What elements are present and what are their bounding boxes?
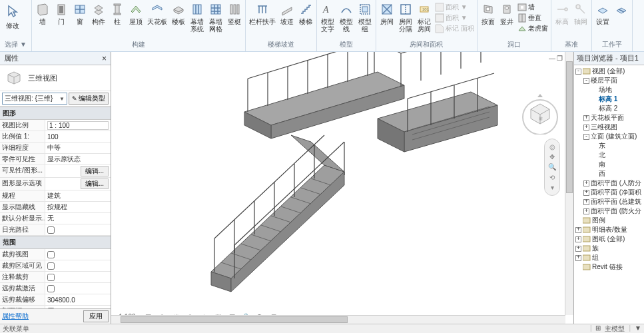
- modify-button[interactable]: 修改: [1, 1, 24, 31]
- tree-node[interactable]: 西: [574, 169, 644, 178]
- scrollbar-thumb[interactable]: [566, 61, 573, 193]
- checkbox[interactable]: [47, 262, 55, 270]
- properties-help-link[interactable]: 属性帮助: [2, 312, 29, 321]
- tree-node[interactable]: +面积平面 (防火分: [574, 206, 644, 216]
- tree-node[interactable]: 场地: [574, 85, 644, 95]
- status-worksets-icon[interactable]: ⊞: [595, 324, 601, 334]
- expand-icon[interactable]: +: [583, 115, 589, 121]
- expand-icon[interactable]: +: [583, 190, 589, 196]
- tree-node[interactable]: +面积平面 (总建筑: [574, 197, 644, 206]
- collapse-icon[interactable]: -: [583, 78, 589, 84]
- tree-node[interactable]: 标高 2: [574, 104, 644, 113]
- stair-button[interactable]: 楼梯: [296, 1, 315, 27]
- tag-area-button[interactable]: 标记 面积: [434, 23, 476, 34]
- tree-node[interactable]: -视图 (全部): [574, 67, 644, 76]
- workplane-show-button[interactable]: [612, 1, 631, 18]
- checkbox[interactable]: [47, 251, 55, 258]
- component-button[interactable]: 构件: [89, 1, 108, 27]
- vertical-scrollbar[interactable]: [565, 52, 573, 315]
- room-separator-button[interactable]: 房间 分隔: [396, 1, 415, 34]
- collapse-icon[interactable]: -: [583, 134, 589, 140]
- close-icon[interactable]: ×: [102, 54, 107, 63]
- expand-icon[interactable]: +: [575, 246, 581, 252]
- checkbox[interactable]: [47, 226, 55, 234]
- edit-type-button[interactable]: ✎编辑类型: [69, 93, 109, 105]
- tree-node[interactable]: 北: [574, 151, 644, 160]
- section-extents[interactable]: 范围: [0, 236, 111, 249]
- tree-node[interactable]: -楼层平面: [574, 76, 644, 85]
- expand-icon[interactable]: +: [583, 208, 589, 214]
- roof-button[interactable]: 屋顶: [127, 1, 145, 27]
- tree-node[interactable]: +面积平面 (人防分: [574, 178, 644, 188]
- edit-button[interactable]: 编辑...: [81, 178, 109, 189]
- viewcube-home-icon[interactable]: [537, 94, 543, 97]
- collapse-icon[interactable]: -: [575, 69, 581, 75]
- tree-node[interactable]: +天花板平面: [574, 113, 644, 123]
- tree-node[interactable]: 图例: [574, 216, 644, 225]
- edit-button[interactable]: 编辑...: [81, 166, 109, 176]
- expand-icon[interactable]: +: [583, 199, 589, 205]
- mullion-button[interactable]: 竖梃: [225, 1, 244, 27]
- steering-wheel-icon[interactable]: ◎: [549, 143, 555, 151]
- select-dropdown[interactable]: 选择 ▼: [1, 39, 30, 51]
- curtain-grid-button[interactable]: 幕墙 网格: [206, 1, 225, 34]
- apply-button[interactable]: 应用: [83, 310, 109, 322]
- scrollbar-thumb[interactable]: [121, 316, 348, 323]
- room-button[interactable]: 房间: [378, 1, 396, 27]
- opening-face-button[interactable]: 按面: [479, 1, 497, 27]
- orbit-icon[interactable]: ⟲: [549, 174, 555, 181]
- tree-node[interactable]: 标高 1: [574, 95, 644, 104]
- railing-button[interactable]: 栏杆扶手: [247, 1, 278, 27]
- status-filter-icon[interactable]: ▼: [635, 324, 641, 334]
- model-3d-view[interactable]: [111, 52, 573, 324]
- workplane-set-button[interactable]: 设置: [593, 1, 612, 27]
- minimize-icon[interactable]: —: [549, 55, 555, 62]
- expand-icon[interactable]: +: [575, 227, 581, 233]
- grid-button[interactable]: 轴网: [571, 1, 590, 27]
- tree-node[interactable]: +明细表/数量: [574, 225, 644, 234]
- status-hint[interactable]: 主模型: [605, 324, 625, 334]
- tree-node[interactable]: +族: [574, 244, 644, 253]
- opening-shaft-button[interactable]: 竖井: [497, 1, 516, 27]
- tree-node[interactable]: +图纸 (全部): [574, 234, 644, 244]
- expand-icon[interactable]: +: [583, 180, 589, 186]
- floor-button[interactable]: 楼板: [169, 1, 188, 27]
- tree-node[interactable]: +三维视图: [574, 123, 644, 132]
- ramp-button[interactable]: 坡道: [278, 1, 296, 27]
- zoom-icon[interactable]: 🔍: [548, 163, 556, 170]
- expand-icon[interactable]: +: [575, 255, 581, 261]
- model-line-button[interactable]: 模型 线: [337, 1, 356, 34]
- model-group-button[interactable]: 模型 组: [356, 1, 374, 34]
- browser-tree[interactable]: -视图 (全部)-楼层平面场地标高 1标高 2+天花板平面+三维视图-立面 (建…: [574, 65, 644, 324]
- checkbox[interactable]: [47, 274, 55, 281]
- properties-grid[interactable]: 图形 视图比例1 : 100 比例值 1:100 详细程度中等 零件可见性显示原…: [0, 107, 111, 308]
- column-button[interactable]: 柱: [108, 1, 127, 27]
- tree-node[interactable]: +面积平面 (净面积: [574, 188, 644, 197]
- level-button[interactable]: 标高: [553, 1, 571, 27]
- viewport[interactable]: — ❐ ✕ 前 ◎ ✥ 🔍 ⟲ ▾ 1:100 ▦ ◍ ☀ ◐ ✦ ⬚ ▣ 🔒 …: [111, 52, 573, 324]
- horizontal-scrollbar[interactable]: [111, 315, 565, 324]
- tag-room-button[interactable]: 101标记 房间: [415, 1, 434, 34]
- section-graphics[interactable]: 图形: [0, 107, 111, 120]
- restore-icon[interactable]: ❐: [557, 55, 563, 62]
- tree-node[interactable]: 东: [574, 141, 644, 151]
- checkbox[interactable]: [47, 285, 55, 292]
- instance-selector[interactable]: 三维视图: {三维}▼: [2, 93, 67, 105]
- door-button[interactable]: 门: [52, 1, 71, 27]
- pan-icon[interactable]: ✥: [549, 153, 555, 161]
- nav-more-icon[interactable]: ▾: [551, 184, 554, 191]
- opening-dormer-button[interactable]: 老虎窗: [516, 23, 549, 34]
- expand-icon[interactable]: +: [575, 236, 581, 242]
- tree-node[interactable]: Revit 链接: [574, 262, 644, 272]
- navigation-bar[interactable]: ◎ ✥ 🔍 ⟲ ▾: [544, 139, 560, 196]
- ceiling-button[interactable]: 天花板: [145, 1, 169, 27]
- tree-node[interactable]: 南: [574, 160, 644, 169]
- expand-icon[interactable]: +: [583, 125, 589, 131]
- window-button[interactable]: 窗: [71, 1, 89, 27]
- type-selector-row[interactable]: 三维视图: [0, 65, 111, 91]
- tree-node[interactable]: -立面 (建筑立面): [574, 132, 644, 141]
- viewcube[interactable]: 前: [519, 92, 561, 135]
- curtain-system-button[interactable]: 幕墙 系统: [188, 1, 206, 34]
- model-text-button[interactable]: A模型 文字: [318, 1, 337, 34]
- tree-node[interactable]: +组: [574, 253, 644, 262]
